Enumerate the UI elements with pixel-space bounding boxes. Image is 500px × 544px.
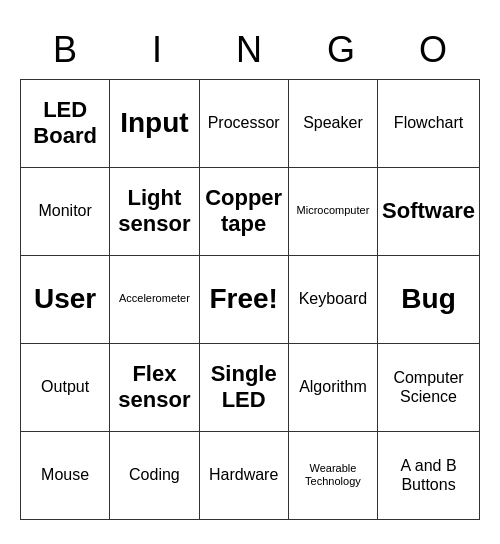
bingo-cell-16: Flex sensor: [110, 344, 199, 432]
bingo-cell-13: Keyboard: [289, 256, 378, 344]
cell-text-12: Free!: [209, 282, 277, 316]
bingo-cell-10: User: [21, 256, 110, 344]
bingo-cell-21: Coding: [110, 432, 199, 520]
cell-text-9: Software: [382, 198, 475, 224]
cell-text-19: Computer Science: [382, 368, 475, 406]
bingo-cell-2: Processor: [200, 80, 289, 168]
bingo-cell-7: Copper tape: [200, 168, 289, 256]
header-letter-O: O: [388, 25, 480, 75]
bingo-card: BINGO LED BoardInputProcessorSpeakerFlow…: [10, 15, 490, 530]
bingo-cell-22: Hardware: [200, 432, 289, 520]
cell-text-17: Single LED: [204, 361, 284, 414]
bingo-cell-18: Algorithm: [289, 344, 378, 432]
cell-text-22: Hardware: [209, 465, 278, 484]
cell-text-10: User: [34, 282, 96, 316]
cell-text-8: Microcomputer: [297, 204, 370, 217]
cell-text-2: Processor: [208, 113, 280, 132]
cell-text-11: Accelerometer: [119, 292, 190, 305]
bingo-cell-15: Output: [21, 344, 110, 432]
bingo-cell-4: Flowchart: [378, 80, 480, 168]
cell-text-6: Light sensor: [114, 185, 194, 238]
cell-text-24: A and B Buttons: [382, 456, 475, 494]
cell-text-16: Flex sensor: [114, 361, 194, 414]
bingo-cell-23: Wearable Technology: [289, 432, 378, 520]
bingo-cell-20: Mouse: [21, 432, 110, 520]
bingo-header: BINGO: [20, 25, 480, 75]
cell-text-4: Flowchart: [394, 113, 463, 132]
header-letter-N: N: [204, 25, 296, 75]
cell-text-7: Copper tape: [204, 185, 284, 238]
bingo-cell-5: Monitor: [21, 168, 110, 256]
bingo-cell-24: A and B Buttons: [378, 432, 480, 520]
cell-text-18: Algorithm: [299, 377, 367, 396]
cell-text-23: Wearable Technology: [293, 462, 373, 488]
cell-text-15: Output: [41, 377, 89, 396]
bingo-cell-19: Computer Science: [378, 344, 480, 432]
cell-text-1: Input: [120, 106, 188, 140]
cell-text-20: Mouse: [41, 465, 89, 484]
cell-text-13: Keyboard: [299, 289, 368, 308]
bingo-cell-17: Single LED: [200, 344, 289, 432]
header-letter-B: B: [20, 25, 112, 75]
bingo-grid: LED BoardInputProcessorSpeakerFlowchartM…: [20, 79, 480, 520]
bingo-cell-6: Light sensor: [110, 168, 199, 256]
bingo-cell-3: Speaker: [289, 80, 378, 168]
cell-text-5: Monitor: [38, 201, 91, 220]
cell-text-21: Coding: [129, 465, 180, 484]
bingo-cell-8: Microcomputer: [289, 168, 378, 256]
cell-text-0: LED Board: [25, 97, 105, 150]
header-letter-G: G: [296, 25, 388, 75]
bingo-cell-9: Software: [378, 168, 480, 256]
cell-text-14: Bug: [401, 282, 455, 316]
bingo-cell-11: Accelerometer: [110, 256, 199, 344]
bingo-cell-14: Bug: [378, 256, 480, 344]
bingo-cell-12: Free!: [200, 256, 289, 344]
bingo-cell-0: LED Board: [21, 80, 110, 168]
bingo-cell-1: Input: [110, 80, 199, 168]
header-letter-I: I: [112, 25, 204, 75]
cell-text-3: Speaker: [303, 113, 363, 132]
